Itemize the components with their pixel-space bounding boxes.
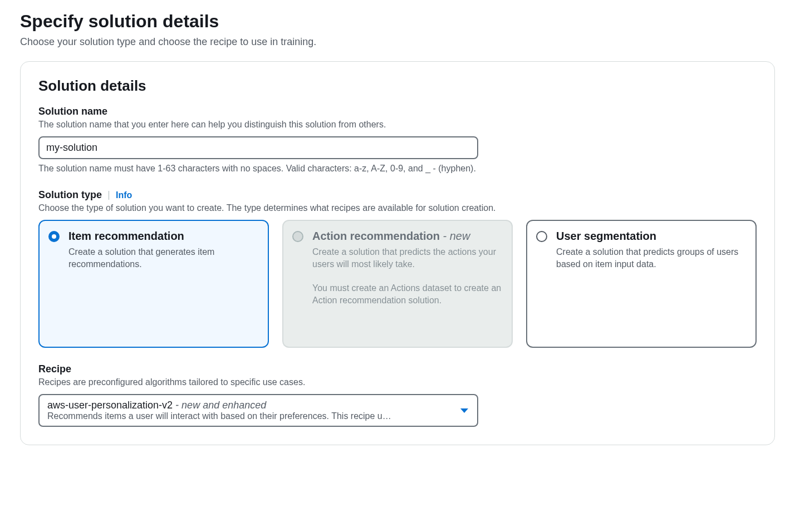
info-link[interactable]: Info	[109, 191, 132, 200]
solution-type-desc: Choose the type of solution you want to …	[38, 203, 757, 213]
radio-icon	[292, 231, 303, 242]
option-title-text: User segmentation	[556, 230, 656, 242]
solution-name-desc: The solution name that you enter here ca…	[38, 120, 757, 130]
option-body-text: Create a solution that generates item re…	[68, 246, 259, 271]
solution-name-label: Solution name	[38, 106, 757, 117]
recipe-select[interactable]: aws-user-personalization-v2 - new and en…	[38, 394, 478, 427]
solution-name-input[interactable]	[38, 136, 478, 159]
recipe-selected-desc: Recommends items a user will interact wi…	[47, 411, 453, 421]
solution-name-field: Solution name The solution name that you…	[38, 106, 757, 174]
option-extra-text: You must create an Actions dataset to cr…	[312, 282, 503, 307]
option-action-recommendation: Action recommendation - new Create a sol…	[282, 220, 513, 348]
chevron-down-icon	[460, 408, 468, 413]
panel-title: Solution details	[38, 77, 757, 95]
option-title-text: Item recommendation	[68, 230, 184, 242]
solution-type-options: Item recommendation Create a solution th…	[38, 220, 757, 348]
option-item-recommendation[interactable]: Item recommendation Create a solution th…	[38, 220, 269, 348]
option-body-text: Create a solution that predicts groups o…	[556, 246, 747, 271]
option-user-segmentation[interactable]: User segmentation Create a solution that…	[526, 220, 757, 348]
solution-type-label-text: Solution type	[38, 189, 102, 201]
option-title-text: Action recommendation	[312, 230, 440, 242]
option-body-text: Create a solution that predicts the acti…	[312, 246, 503, 271]
radio-icon	[536, 231, 547, 242]
page-subtitle: Choose your solution type and choose the…	[20, 36, 775, 48]
radio-icon	[48, 231, 60, 242]
recipe-selected-name: aws-user-personalization-v2	[47, 400, 173, 411]
solution-type-field: Solution type Info Choose the type of so…	[38, 189, 757, 348]
solution-name-help: The solution name must have 1-63 charact…	[38, 164, 757, 174]
recipe-selected-tag: - new and enhanced	[173, 400, 266, 411]
solution-type-label: Solution type Info	[38, 189, 757, 201]
recipe-desc: Recipes are preconfigured algorithms tai…	[38, 377, 757, 387]
solution-details-panel: Solution details Solution name The solut…	[20, 61, 775, 445]
recipe-field: Recipe Recipes are preconfigured algorit…	[38, 363, 757, 427]
option-badge: - new	[440, 230, 470, 242]
recipe-label: Recipe	[38, 363, 757, 375]
page-title: Specify solution details	[20, 11, 775, 32]
